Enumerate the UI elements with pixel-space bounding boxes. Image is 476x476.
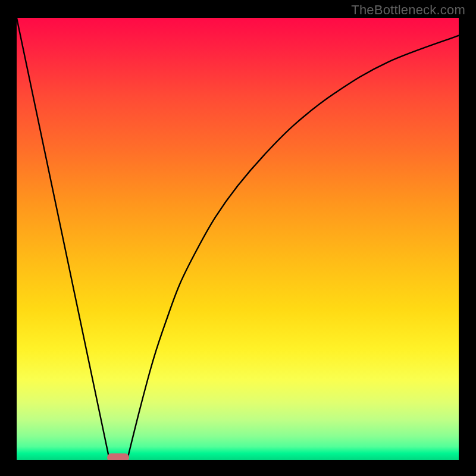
- chart-frame: TheBottleneck.com: [0, 0, 476, 476]
- bottleneck-marker: [107, 453, 129, 460]
- curve-right: [127, 36, 459, 460]
- watermark-text: TheBottleneck.com: [351, 2, 465, 18]
- plot-area: [17, 18, 459, 460]
- chart-curves: [17, 18, 459, 460]
- curve-left: [17, 18, 109, 460]
